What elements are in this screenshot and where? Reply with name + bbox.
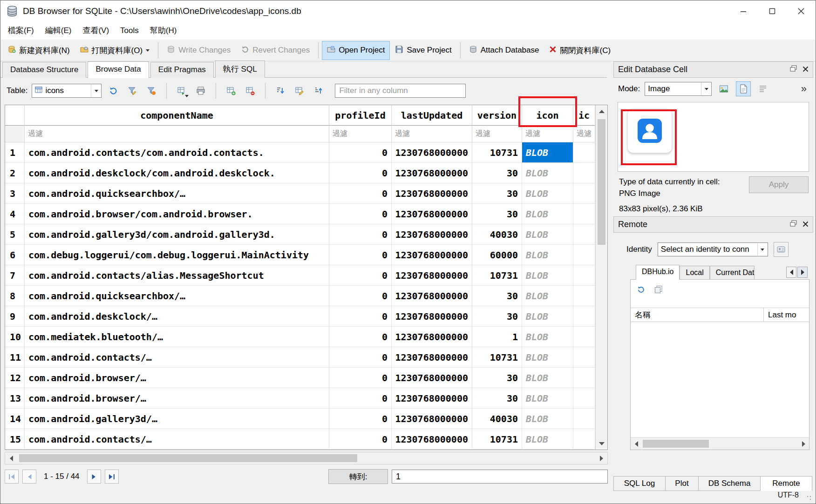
tab-current-database[interactable]: Current Dat [710,266,755,280]
menu-edit[interactable]: 編輯(E) [40,22,77,39]
vertical-scroll-thumb[interactable] [598,119,605,245]
cell-version[interactable]: 30 [472,163,522,183]
cell-profileId[interactable]: 0 [329,142,392,163]
cell-profileId[interactable]: 0 [329,368,392,388]
last-page-button[interactable] [105,470,119,484]
scroll-up-icon[interactable] [596,105,607,117]
filter-clipped[interactable]: 過濾 [573,126,595,142]
float-panel-icon[interactable] [790,220,797,229]
horizontal-scroll-thumb[interactable] [19,454,357,462]
insert-record-button[interactable] [224,83,238,98]
tab-scroll-left-icon[interactable] [786,267,796,278]
row-number[interactable]: 5 [5,224,25,245]
cell-clipped[interactable] [573,347,595,368]
cell-componentName[interactable]: com.mediatek.bluetooth/… [25,327,329,347]
cell-icon-blob[interactable]: BLOB [522,286,573,306]
column-header-lastUpdated[interactable]: lastUpdated [392,105,472,126]
cell-profileId[interactable]: 0 [329,429,392,450]
delete-record-button[interactable] [243,83,258,98]
column-header-profileId[interactable]: profileId [329,105,392,126]
remote-horizontal-scrollbar[interactable] [631,437,809,450]
row-number[interactable]: 1 [5,142,25,163]
cell-version[interactable]: 10731 [472,265,522,286]
cell-version[interactable]: 10731 [472,347,522,368]
row-number[interactable]: 4 [5,204,25,224]
cell-componentName[interactable]: com.android.contacts/… [25,347,329,368]
cell-version[interactable]: 30 [472,286,522,306]
cell-icon-blob[interactable]: BLOB [522,429,573,450]
cell-componentName[interactable]: com.android.contacts/alias.MessageShortc… [25,265,329,286]
cell-profileId[interactable]: 0 [329,409,392,429]
row-number[interactable]: 2 [5,163,25,183]
cell-version[interactable]: 30 [472,306,522,327]
row-number[interactable]: 12 [5,368,25,388]
more-tools-chevron-icon[interactable]: » [801,83,809,95]
tab-edit-pragmas[interactable]: Edit Pragmas [150,62,214,78]
cell-lastUpdated[interactable]: 1230768000000 [392,409,472,429]
column-header-componentName[interactable]: componentName [25,105,329,126]
row-number[interactable]: 9 [5,306,25,327]
remote-refresh-button[interactable] [634,283,647,296]
tab-local[interactable]: Local [680,266,709,280]
next-page-button[interactable] [87,470,101,484]
maximize-button[interactable] [758,0,787,21]
table-selector-combo[interactable]: icons [32,84,102,98]
cell-clipped[interactable] [573,306,595,327]
float-panel-icon[interactable] [790,65,797,74]
close-panel-icon[interactable] [802,220,809,229]
cell-icon-blob[interactable]: BLOB [522,409,573,429]
tab-execute-sql[interactable]: 執行 SQL [215,60,265,78]
dock-tab-db-schema[interactable]: DB Schema [698,476,761,491]
remote-scroll-thumb[interactable] [643,440,709,448]
cell-componentName[interactable]: com.android.gallery3d/com.android.galler… [25,224,329,245]
cell-clipped[interactable] [573,286,595,306]
cell-clipped[interactable] [573,429,595,450]
menu-help[interactable]: 幫助(H) [144,22,183,39]
new-database-button[interactable]: 新建資料庫(N) [2,41,75,60]
cell-componentName[interactable]: com.android.browser/… [25,368,329,388]
row-number[interactable]: 7 [5,265,25,286]
cell-profileId[interactable]: 0 [329,265,392,286]
scroll-right-icon[interactable] [798,438,809,450]
cell-profileId[interactable]: 0 [329,183,392,204]
text-document-view-button[interactable] [736,81,751,96]
cell-icon-blob[interactable]: BLOB [522,183,573,204]
cell-icon-blob[interactable]: BLOB [522,368,573,388]
filter-componentName[interactable]: 過濾 [25,126,329,142]
table-horizontal-scrollbar[interactable] [5,452,608,464]
cell-icon-blob[interactable]: BLOB [522,265,573,286]
filter-edit-icon-button[interactable] [125,83,140,98]
identity-combo[interactable]: Select an identity to conne [658,242,768,256]
sort-descending-button[interactable] [311,83,326,98]
cell-lastUpdated[interactable]: 1230768000000 [392,327,472,347]
cell-clipped[interactable] [573,409,595,429]
cell-lastUpdated[interactable]: 1230768000000 [392,142,472,163]
cell-lastUpdated[interactable]: 1230768000000 [392,265,472,286]
cell-version[interactable]: 30 [472,368,522,388]
cell-componentName[interactable]: com.android.browser/com.android.browser. [25,204,329,224]
cell-lastUpdated[interactable]: 1230768000000 [392,388,472,409]
dock-tab-remote[interactable]: Remote [760,476,812,491]
menu-view[interactable]: 查看(V) [77,22,115,39]
cell-profileId[interactable]: 0 [329,245,392,265]
cell-lastUpdated[interactable]: 1230768000000 [392,245,472,265]
mode-combo[interactable]: Image [645,82,712,96]
goto-input[interactable] [392,470,608,484]
row-number[interactable]: 15 [5,429,25,450]
cell-lastUpdated[interactable]: 1230768000000 [392,429,472,450]
scroll-right-icon[interactable] [595,452,607,464]
filter-profileId[interactable]: 過濾 [329,126,392,142]
cell-componentName[interactable]: com.android.quicksearchbox/… [25,183,329,204]
cell-icon-blob[interactable]: BLOB [522,245,573,265]
cell-version[interactable]: 1 [472,327,522,347]
cell-componentName[interactable]: com.android.deskclock/com.android.deskcl… [25,163,329,183]
cell-clipped[interactable] [573,245,595,265]
cell-icon-blob[interactable]: BLOB [522,347,573,368]
cell-lastUpdated[interactable]: 1230768000000 [392,183,472,204]
cell-version[interactable]: 40030 [472,409,522,429]
edit-record-button[interactable] [292,83,307,98]
save-project-button[interactable]: Save Project [390,41,456,60]
tab-database-structure[interactable]: Database Structure [2,62,86,78]
row-number[interactable]: 3 [5,183,25,204]
cell-version[interactable]: 60000 [472,245,522,265]
